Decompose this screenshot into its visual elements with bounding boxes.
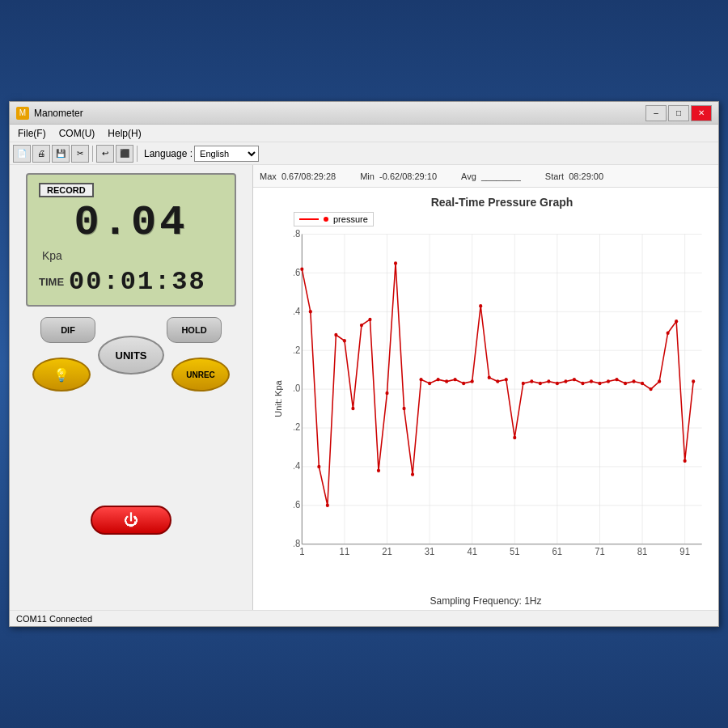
chart-svg: 0.80.60.40.20.0-0.2-0.4-0.6-0.8111213141… <box>294 230 710 571</box>
svg-point-70 <box>547 379 550 383</box>
svg-point-59 <box>454 378 457 381</box>
svg-text:0.4: 0.4 <box>294 305 301 315</box>
menu-com[interactable]: COM(U) <box>54 126 100 141</box>
legend-dot <box>324 217 328 222</box>
svg-point-80 <box>632 379 635 383</box>
max-stat: Max 0.67/08:29:28 <box>260 171 336 181</box>
svg-point-51 <box>385 392 388 395</box>
svg-text:1: 1 <box>299 546 304 557</box>
menu-file[interactable]: File(F) <box>13 126 51 141</box>
toolbar-btn-5[interactable]: ↩ <box>96 145 114 163</box>
svg-point-52 <box>394 261 397 265</box>
unit-label: Kpa <box>42 249 62 262</box>
svg-point-60 <box>462 382 465 385</box>
chart-title: Real-Time Pressure Graph <box>294 196 710 209</box>
svg-point-68 <box>530 379 533 383</box>
svg-point-79 <box>624 382 627 385</box>
svg-text:0.6: 0.6 <box>294 266 301 277</box>
title-bar-left: M Manometer <box>16 107 83 120</box>
toolbar-sep-2 <box>137 146 138 162</box>
menu-help[interactable]: Help(H) <box>103 126 146 141</box>
min-value: -0.62/08:29:10 <box>379 171 437 181</box>
max-value: 0.67/08:29:28 <box>281 171 336 181</box>
svg-point-42 <box>309 310 312 313</box>
minimize-button[interactable]: – <box>645 105 667 121</box>
svg-point-72 <box>564 379 567 383</box>
svg-point-66 <box>513 436 516 439</box>
power-icon: ⏻ <box>124 512 138 529</box>
start-value: 08:29:00 <box>569 171 603 181</box>
time-display: 00:01:38 <box>69 267 206 297</box>
svg-point-69 <box>539 382 542 385</box>
desktop: M Manometer – □ ✕ File(F) COM(U) Help(H)… <box>0 0 728 728</box>
chart-legend: pressure <box>294 212 374 226</box>
light-button[interactable]: 💡 <box>32 358 91 392</box>
svg-text:71: 71 <box>595 546 605 557</box>
hold-button[interactable]: HOLD <box>167 317 222 343</box>
start-stat: Start 08:29:00 <box>545 171 603 181</box>
dif-button[interactable]: DIF <box>40 317 95 343</box>
toolbar: 📄 🖨 💾 ✂ ↩ ⬛ Language : English <box>10 142 718 165</box>
status-bar: COM11 Connected <box>10 610 718 626</box>
window-controls: – □ ✕ <box>645 105 712 121</box>
svg-point-48 <box>360 324 363 327</box>
time-label: TIME <box>39 276 64 288</box>
x-axis-label: Sampling Frequency: 1Hz <box>430 595 541 607</box>
unrec-button[interactable]: UNREC <box>171 358 230 392</box>
svg-text:41: 41 <box>467 546 477 557</box>
svg-point-44 <box>326 504 329 507</box>
avg-value: ________ <box>481 171 521 181</box>
main-window: M Manometer – □ ✕ File(F) COM(U) Help(H)… <box>9 101 719 627</box>
svg-point-85 <box>675 320 678 323</box>
svg-point-46 <box>343 339 346 342</box>
pressure-display: 0.04 <box>74 202 188 244</box>
light-icon: 💡 <box>53 367 70 383</box>
chart-header: Max 0.67/08:29:28 Min -0.62/08:29:10 Avg… <box>253 165 718 188</box>
max-label: Max <box>260 171 277 181</box>
toolbar-btn-4[interactable]: ✂ <box>71 145 89 163</box>
toolbar-btn-2[interactable]: 🖨 <box>32 145 50 163</box>
svg-point-83 <box>658 379 661 383</box>
legend-line <box>299 218 319 220</box>
units-button[interactable]: UNITS <box>98 336 164 375</box>
maximize-button[interactable]: □ <box>668 105 689 121</box>
language-label: Language : <box>144 148 193 159</box>
svg-point-81 <box>641 382 644 385</box>
avg-label: Avg <box>461 171 476 181</box>
menu-bar: File(F) COM(U) Help(H) <box>10 125 718 142</box>
svg-point-61 <box>471 379 474 383</box>
avg-stat: Avg ________ <box>461 171 521 181</box>
svg-point-87 <box>692 379 695 383</box>
language-select[interactable]: English <box>194 146 259 162</box>
main-content: RECORD 0.04 Kpa TIME 00:01:38 DIF HOLD U… <box>10 165 718 610</box>
close-button[interactable]: ✕ <box>691 105 712 121</box>
left-panel: RECORD 0.04 Kpa TIME 00:01:38 DIF HOLD U… <box>10 165 252 610</box>
svg-point-76 <box>598 382 601 385</box>
time-row: TIME 00:01:38 <box>39 267 206 297</box>
svg-point-50 <box>377 468 380 472</box>
right-panel: Max 0.67/08:29:28 Min -0.62/08:29:10 Avg… <box>252 165 718 610</box>
svg-text:91: 91 <box>679 546 690 557</box>
svg-point-75 <box>590 379 593 383</box>
svg-point-67 <box>522 382 525 385</box>
svg-point-77 <box>607 379 610 383</box>
window-title: Manometer <box>34 108 83 119</box>
svg-point-57 <box>437 378 440 381</box>
record-button[interactable]: RECORD <box>39 183 94 197</box>
svg-point-55 <box>420 378 423 381</box>
svg-point-47 <box>351 407 354 410</box>
min-label: Min <box>360 171 375 181</box>
app-icon: M <box>16 107 29 120</box>
svg-text:51: 51 <box>510 546 520 557</box>
svg-point-41 <box>300 267 303 270</box>
chart-container: Real-Time Pressure Graph pressure Unit: … <box>253 188 718 610</box>
svg-point-54 <box>411 472 414 476</box>
svg-point-78 <box>615 378 618 381</box>
toolbar-btn-3[interactable]: 💾 <box>52 145 70 163</box>
svg-text:11: 11 <box>340 546 350 557</box>
toolbar-btn-6[interactable]: ⬛ <box>116 145 133 163</box>
toolbar-btn-1[interactable]: 📄 <box>13 145 31 163</box>
title-bar: M Manometer – □ ✕ <box>10 102 718 125</box>
power-button[interactable]: ⏻ <box>91 506 171 535</box>
display-area: RECORD 0.04 Kpa TIME 00:01:38 <box>26 173 236 307</box>
